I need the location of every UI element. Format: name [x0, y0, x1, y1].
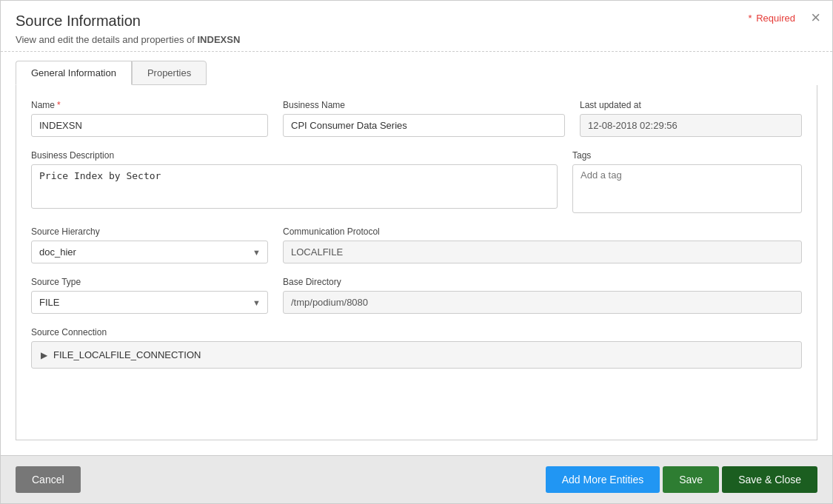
- close-button[interactable]: ×: [811, 10, 820, 26]
- communication-protocol-value: LOCALFILE: [283, 241, 802, 263]
- modal-body: Name * Business Name Last updated at 12-…: [1, 85, 832, 455]
- required-note: * Required: [749, 13, 797, 24]
- source-type-label: Source Type: [31, 277, 268, 287]
- tab-general-information[interactable]: General Information: [16, 61, 132, 85]
- business-description-label: Business Description: [31, 150, 558, 161]
- footer-left: Cancel: [16, 466, 81, 493]
- last-updated-group: Last updated at 12-08-2018 02:29:56: [580, 100, 802, 137]
- business-description-group: Business Description Price Index by Sect…: [31, 150, 558, 213]
- source-hierarchy-select[interactable]: doc_hier option2 option3: [31, 241, 268, 263]
- name-required-asterisk: *: [57, 100, 61, 110]
- name-input[interactable]: [31, 114, 268, 137]
- subtitle-entity: INDEXSN: [198, 34, 241, 45]
- form-panel: Name * Business Name Last updated at 12-…: [16, 85, 817, 440]
- tags-box[interactable]: [572, 164, 802, 213]
- source-type-select-wrapper: FILE DATABASE API ▼: [31, 291, 268, 314]
- save-button[interactable]: Save: [663, 466, 719, 493]
- save-close-button[interactable]: Save & Close: [722, 466, 817, 493]
- source-connection-value: FILE_LOCALFILE_CONNECTION: [53, 349, 201, 360]
- required-text: Required: [756, 13, 795, 24]
- business-name-input[interactable]: [283, 114, 565, 137]
- base-directory-label: Base Directory: [283, 277, 802, 287]
- source-connection-box[interactable]: ▶ FILE_LOCALFILE_CONNECTION: [31, 341, 802, 369]
- tags-input[interactable]: [581, 169, 794, 181]
- form-row-4: Source Type FILE DATABASE API ▼ Base Dir…: [31, 277, 802, 314]
- tab-properties[interactable]: Properties: [132, 61, 207, 85]
- name-group: Name *: [31, 100, 268, 137]
- modal-header: Source Information View and edit the det…: [1, 1, 832, 52]
- tags-group: Tags: [572, 150, 802, 213]
- base-directory-value: /tmp/podium/8080: [283, 291, 802, 314]
- name-label: Name *: [31, 100, 268, 110]
- communication-protocol-label: Communication Protocol: [283, 226, 802, 237]
- source-hierarchy-group: Source Hierarchy doc_hier option2 option…: [31, 226, 268, 263]
- business-name-label: Business Name: [283, 100, 565, 110]
- play-icon: ▶: [41, 350, 47, 360]
- source-connection-group: Source Connection ▶ FILE_LOCALFILE_CONNE…: [31, 327, 802, 369]
- form-row-1: Name * Business Name Last updated at 12-…: [31, 100, 802, 137]
- modal-footer: Cancel Add More Entities Save Save & Clo…: [1, 455, 832, 503]
- source-hierarchy-label: Source Hierarchy: [31, 226, 268, 237]
- last-updated-value: 12-08-2018 02:29:56: [580, 114, 802, 137]
- tabs-container: General Information Properties: [1, 52, 832, 85]
- modal-subtitle: View and edit the details and properties…: [16, 34, 817, 45]
- source-connection-label: Source Connection: [31, 327, 802, 337]
- business-description-input[interactable]: Price Index by Sector: [31, 164, 558, 209]
- tags-label: Tags: [572, 150, 802, 161]
- source-type-group: Source Type FILE DATABASE API ▼: [31, 277, 268, 314]
- required-asterisk: *: [749, 13, 752, 24]
- cancel-button[interactable]: Cancel: [16, 466, 81, 493]
- business-name-group: Business Name: [283, 100, 565, 137]
- communication-protocol-group: Communication Protocol LOCALFILE: [283, 226, 802, 263]
- footer-right: Add More Entities Save Save & Close: [546, 466, 817, 493]
- modal-title: Source Information: [16, 13, 817, 30]
- source-hierarchy-select-wrapper: doc_hier option2 option3 ▼: [31, 241, 268, 263]
- source-type-select[interactable]: FILE DATABASE API: [31, 291, 268, 314]
- form-row-2: Business Description Price Index by Sect…: [31, 150, 802, 213]
- base-directory-group: Base Directory /tmp/podium/8080: [283, 277, 802, 314]
- modal-container: Source Information View and edit the det…: [0, 0, 833, 504]
- form-row-3: Source Hierarchy doc_hier option2 option…: [31, 226, 802, 263]
- form-row-5: Source Connection ▶ FILE_LOCALFILE_CONNE…: [31, 327, 802, 369]
- add-more-entities-button[interactable]: Add More Entities: [546, 466, 660, 493]
- last-updated-label: Last updated at: [580, 100, 802, 110]
- subtitle-prefix: View and edit the details and properties…: [16, 34, 195, 45]
